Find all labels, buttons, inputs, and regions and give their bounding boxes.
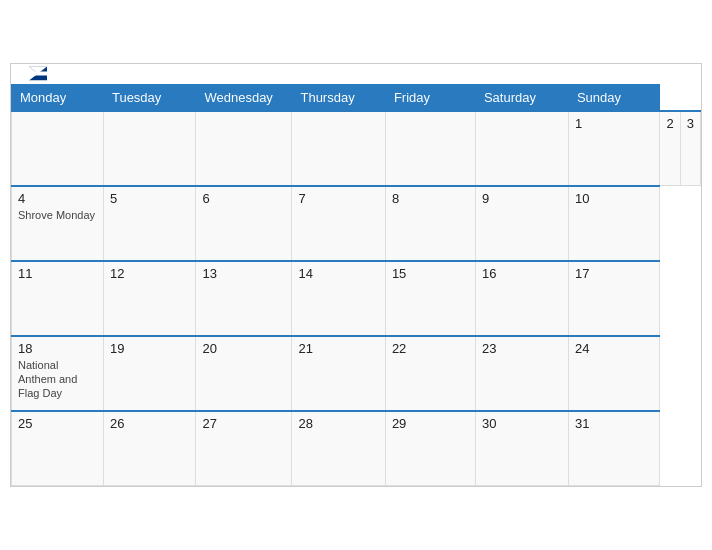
- weekday-header-cell: Wednesday: [196, 84, 292, 111]
- day-number: 15: [392, 266, 469, 281]
- calendar-day-cell: 29: [385, 411, 475, 486]
- calendar-day-empty: [12, 111, 104, 186]
- calendar-container: MondayTuesdayWednesdayThursdayFridaySatu…: [10, 63, 702, 488]
- day-number: 25: [18, 416, 97, 431]
- calendar-header: [11, 64, 701, 84]
- calendar-day-cell: 6: [196, 186, 292, 261]
- day-number: 18: [18, 341, 97, 356]
- calendar-day-cell: 31: [568, 411, 660, 486]
- day-event: National Anthem and Flag Day: [18, 359, 77, 400]
- day-number: 7: [298, 191, 378, 206]
- calendar-week-row: 11121314151617: [12, 261, 701, 336]
- calendar-day-empty: [196, 111, 292, 186]
- weekday-header-cell: Monday: [12, 84, 104, 111]
- day-number: 21: [298, 341, 378, 356]
- weekday-header-cell: Sunday: [568, 84, 660, 111]
- day-number: 19: [110, 341, 190, 356]
- calendar-day-cell: 10: [568, 186, 660, 261]
- day-number: 9: [482, 191, 562, 206]
- day-number: 2: [666, 116, 673, 131]
- weekday-header-row: MondayTuesdayWednesdayThursdayFridaySatu…: [12, 84, 701, 111]
- logo: [27, 66, 47, 81]
- calendar-day-cell: 28: [292, 411, 385, 486]
- calendar-week-row: 25262728293031: [12, 411, 701, 486]
- day-event: Shrove Monday: [18, 209, 95, 221]
- calendar-day-cell: 2: [660, 111, 680, 186]
- calendar-day-cell: 24: [568, 336, 660, 411]
- calendar-day-cell: 8: [385, 186, 475, 261]
- calendar-day-empty: [103, 111, 196, 186]
- day-number: 12: [110, 266, 190, 281]
- day-number: 3: [687, 116, 694, 131]
- calendar-week-row: 123: [12, 111, 701, 186]
- calendar-day-cell: 18National Anthem and Flag Day: [12, 336, 104, 411]
- weekday-header-cell: Thursday: [292, 84, 385, 111]
- day-number: 22: [392, 341, 469, 356]
- day-number: 6: [202, 191, 285, 206]
- day-number: 26: [110, 416, 190, 431]
- day-number: 29: [392, 416, 469, 431]
- day-number: 27: [202, 416, 285, 431]
- calendar-day-cell: [292, 111, 385, 186]
- calendar-body: 1234Shrove Monday56789101112131415161718…: [12, 111, 701, 486]
- calendar-day-cell: 15: [385, 261, 475, 336]
- day-number: 28: [298, 416, 378, 431]
- calendar-day-cell: [475, 111, 568, 186]
- calendar-day-cell: 12: [103, 261, 196, 336]
- calendar-day-cell: 26: [103, 411, 196, 486]
- logo-flag-icon: [29, 66, 47, 80]
- day-number: 11: [18, 266, 97, 281]
- calendar-day-cell: 17: [568, 261, 660, 336]
- calendar-day-cell: 7: [292, 186, 385, 261]
- day-number: 24: [575, 341, 654, 356]
- calendar-day-cell: 16: [475, 261, 568, 336]
- day-number: 14: [298, 266, 378, 281]
- calendar-week-row: 18National Anthem and Flag Day1920212223…: [12, 336, 701, 411]
- calendar-day-cell: 9: [475, 186, 568, 261]
- day-number: 10: [575, 191, 654, 206]
- calendar-day-cell: 14: [292, 261, 385, 336]
- day-number: 8: [392, 191, 469, 206]
- calendar-day-cell: 19: [103, 336, 196, 411]
- calendar-day-cell: 27: [196, 411, 292, 486]
- calendar-day-cell: 4Shrove Monday: [12, 186, 104, 261]
- weekday-header-cell: Tuesday: [103, 84, 196, 111]
- calendar-day-cell: 5: [103, 186, 196, 261]
- day-number: 31: [575, 416, 654, 431]
- calendar-day-cell: 20: [196, 336, 292, 411]
- calendar-grid: MondayTuesdayWednesdayThursdayFridaySatu…: [11, 84, 701, 487]
- calendar-day-cell: 30: [475, 411, 568, 486]
- calendar-day-cell: 25: [12, 411, 104, 486]
- svg-rect-3: [29, 71, 47, 75]
- calendar-day-cell: 21: [292, 336, 385, 411]
- day-number: 16: [482, 266, 562, 281]
- weekday-header-cell: Saturday: [475, 84, 568, 111]
- day-number: 30: [482, 416, 562, 431]
- calendar-day-cell: 23: [475, 336, 568, 411]
- day-number: 17: [575, 266, 654, 281]
- calendar-day-cell: 13: [196, 261, 292, 336]
- day-number: 20: [202, 341, 285, 356]
- calendar-day-cell: [385, 111, 475, 186]
- weekday-header-cell: Friday: [385, 84, 475, 111]
- calendar-day-cell: 22: [385, 336, 475, 411]
- calendar-day-cell: 1: [568, 111, 660, 186]
- calendar-day-cell: 11: [12, 261, 104, 336]
- day-number: 13: [202, 266, 285, 281]
- day-number: 23: [482, 341, 562, 356]
- calendar-week-row: 4Shrove Monday5678910: [12, 186, 701, 261]
- day-number: 4: [18, 191, 97, 206]
- day-number: 5: [110, 191, 190, 206]
- calendar-day-cell: 3: [680, 111, 700, 186]
- day-number: 1: [575, 116, 654, 131]
